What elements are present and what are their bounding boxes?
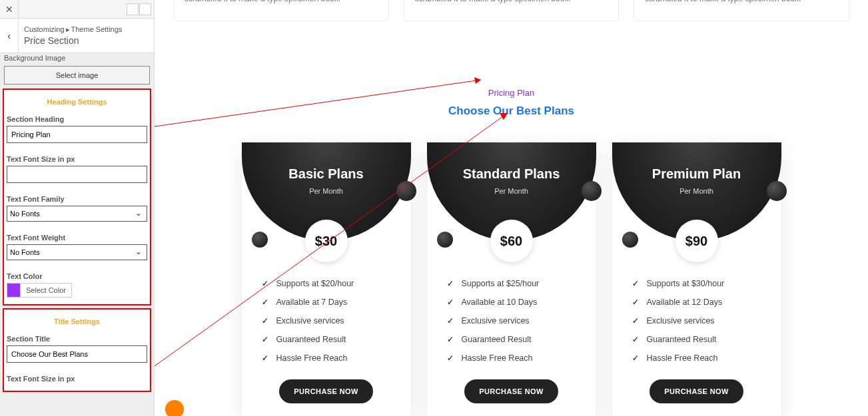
top-card: scrambled it to make a type specimen boo… xyxy=(634,0,849,21)
customizer-sidebar: ✕ ‹ Customizing▸Theme Settings Price Sec… xyxy=(0,0,155,416)
decor-ball xyxy=(437,232,453,248)
font-weight-select[interactable]: No Fonts xyxy=(7,244,147,260)
top-card-text: scrambled it to make a type specimen boo… xyxy=(415,0,608,5)
pricing-title: Choose Our Best Plans xyxy=(195,104,828,118)
top-card-text: scrambled it to make a type specimen boo… xyxy=(645,0,838,5)
font-family-select[interactable]: No Fonts xyxy=(7,206,147,222)
decor-ball xyxy=(396,181,416,201)
price-feature-item: ✓Hassle Free Reach xyxy=(632,349,761,367)
price-feature-item: ✓Guaranteed Result xyxy=(447,330,576,349)
bg-image-label: Background Image xyxy=(1,53,153,65)
price-card-head: Premium PlanPer Month$90 xyxy=(612,142,781,241)
price-feature-item: ✓Hassle Free Reach xyxy=(262,349,391,367)
check-icon: ✓ xyxy=(262,353,268,363)
font-size-label: Text Font Size in px xyxy=(7,155,147,163)
select-image-button[interactable]: Select image xyxy=(4,66,150,85)
group-heading-title: Heading Settings xyxy=(7,98,147,106)
price-card-head: Standard PlansPer Month$60 xyxy=(427,142,596,241)
sidebar-topbar: ✕ xyxy=(0,0,154,19)
group-title-title: Title Settings xyxy=(7,317,147,325)
top-card-text: scrambled it to make a type specimen boo… xyxy=(185,0,378,5)
close-icon[interactable]: ✕ xyxy=(0,0,19,19)
decor-ball xyxy=(622,232,638,248)
check-icon: ✓ xyxy=(262,298,268,307)
title-font-size-label: Text Font Size in px xyxy=(7,375,147,383)
group-heading-settings: Heading Settings Section Heading Text Fo… xyxy=(3,89,151,306)
pricing-tag: Pricing Plan xyxy=(195,88,828,98)
feature-text: Exclusive services xyxy=(276,316,344,325)
feature-text: Hassle Free Reach xyxy=(647,353,718,363)
price-circle: $90 xyxy=(675,220,718,262)
feature-text: Available at 7 Days xyxy=(276,298,348,307)
check-icon: ✓ xyxy=(632,335,639,344)
purchase-button[interactable]: PURCHASE NOW xyxy=(650,379,743,403)
price-card-title: Basic Plans xyxy=(242,166,411,182)
check-icon: ✓ xyxy=(632,298,639,307)
publish-split-1[interactable] xyxy=(127,3,139,15)
check-icon: ✓ xyxy=(447,279,454,288)
fab-icon[interactable] xyxy=(165,400,184,416)
top-card: scrambled it to make a type specimen boo… xyxy=(404,0,620,21)
feature-text: Hassle Free Reach xyxy=(276,353,348,363)
feature-text: Supports at $30/hour xyxy=(647,279,725,288)
price-feature-list: ✓Supports at $20/hour✓Available at 7 Day… xyxy=(242,274,411,367)
feature-text: Available at 10 Days xyxy=(462,298,538,307)
top-cards-row: scrambled it to make a type specimen boo… xyxy=(155,0,868,21)
price-feature-list: ✓Supports at $30/hour✓Available at 12 Da… xyxy=(612,274,781,367)
price-feature-item: ✓Guaranteed Result xyxy=(632,330,761,349)
feature-text: Supports at $25/hour xyxy=(462,279,540,288)
price-feature-item: ✓Hassle Free Reach xyxy=(447,349,576,367)
price-feature-item: ✓Available at 12 Days xyxy=(632,293,761,312)
font-size-input[interactable] xyxy=(7,166,147,183)
price-card: Basic PlansPer Month$30✓Supports at $20/… xyxy=(241,142,412,416)
price-card-title: Premium Plan xyxy=(612,166,781,182)
price-feature-item: ✓Exclusive services xyxy=(262,312,391,330)
top-card: scrambled it to make a type specimen boo… xyxy=(173,0,389,21)
font-family-label: Text Font Family xyxy=(7,195,147,203)
price-cards-row: Basic PlansPer Month$30✓Supports at $20/… xyxy=(195,142,828,416)
preview-pane: scrambled it to make a type specimen boo… xyxy=(155,0,868,416)
price-feature-item: ✓Available at 10 Days xyxy=(447,293,576,312)
section-title-input[interactable] xyxy=(7,345,147,363)
check-icon: ✓ xyxy=(632,353,639,363)
group-title-settings: Title Settings Section Title Text Font S… xyxy=(3,308,151,392)
price-feature-item: ✓Guaranteed Result xyxy=(262,330,391,349)
feature-text: Guaranteed Result xyxy=(276,335,346,344)
price-feature-list: ✓Supports at $25/hour✓Available at 10 Da… xyxy=(427,274,596,367)
crumb-a: Customizing xyxy=(24,25,65,33)
sidebar-crumb: ‹ Customizing▸Theme Settings Price Secti… xyxy=(0,19,154,53)
price-card-title: Standard Plans xyxy=(427,166,596,182)
price-card: Standard PlansPer Month$60✓Supports at $… xyxy=(426,142,597,416)
publish-split-2[interactable] xyxy=(139,3,151,15)
sidebar-publish-controls xyxy=(127,3,154,15)
price-card-sub: Per Month xyxy=(427,187,596,195)
feature-text: Hassle Free Reach xyxy=(462,353,533,363)
check-icon: ✓ xyxy=(447,335,454,344)
price-feature-item: ✓Available at 7 Days xyxy=(262,293,391,312)
decor-ball xyxy=(582,181,602,201)
price-feature-item: ✓Exclusive services xyxy=(447,312,576,330)
check-icon: ✓ xyxy=(632,279,639,288)
color-picker[interactable]: Select Color xyxy=(7,283,72,298)
text-color-label: Text Color xyxy=(7,272,147,280)
back-icon[interactable]: ‹ xyxy=(0,19,19,53)
price-feature-item: ✓Supports at $30/hour xyxy=(632,274,761,293)
price-card: Premium PlanPer Month$90✓Supports at $30… xyxy=(612,142,782,416)
check-icon: ✓ xyxy=(262,279,268,288)
price-circle: $30 xyxy=(305,220,348,262)
font-weight-label: Text Font Weight xyxy=(7,234,147,242)
purchase-button[interactable]: PURCHASE NOW xyxy=(464,379,558,403)
color-swatch xyxy=(7,284,21,297)
price-feature-item: ✓Supports at $25/hour xyxy=(447,274,576,293)
feature-text: Exclusive services xyxy=(647,316,715,325)
decor-ball xyxy=(767,181,787,201)
price-feature-item: ✓Supports at $20/hour xyxy=(262,274,391,293)
color-picker-label: Select Color xyxy=(21,286,71,294)
check-icon: ✓ xyxy=(447,316,454,325)
price-card-sub: Per Month xyxy=(612,187,781,195)
section-heading-input[interactable] xyxy=(7,126,147,143)
price-card-sub: Per Month xyxy=(242,187,411,195)
crumb-b: Theme Settings xyxy=(71,25,123,33)
section-heading-label: Section Heading xyxy=(7,115,147,123)
purchase-button[interactable]: PURCHASE NOW xyxy=(279,379,372,403)
